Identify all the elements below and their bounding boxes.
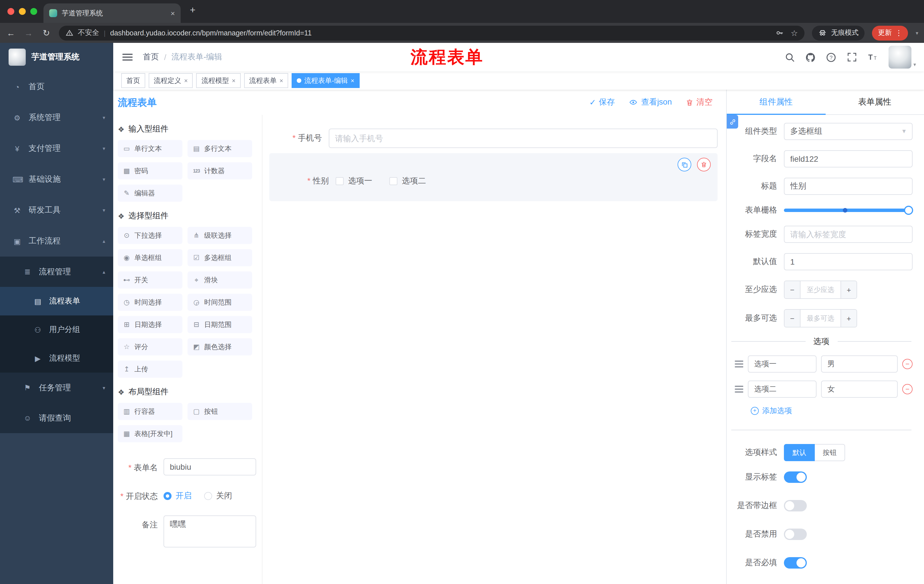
minimize-window-button[interactable] (19, 8, 26, 15)
border-switch[interactable] (784, 500, 807, 512)
option2-label-input[interactable] (748, 380, 817, 398)
slider-handle[interactable] (904, 206, 913, 215)
drag-handle-icon[interactable] (735, 386, 743, 393)
reload-icon[interactable]: ↻ (41, 28, 51, 38)
back-icon[interactable]: ← (6, 28, 16, 38)
option1-label-input[interactable] (748, 355, 817, 373)
key-icon[interactable] (776, 29, 784, 37)
component-date-range[interactable]: ⊟日期范围 (188, 316, 252, 333)
tag-process-model[interactable]: 流程模型 × (196, 73, 241, 88)
component-slider[interactable]: ⌖滑块 (188, 271, 252, 289)
tag-process-definition[interactable]: 流程定义 × (148, 73, 193, 88)
minus-button[interactable]: − (784, 281, 800, 298)
gender-option2-checkbox[interactable]: 选项二 (389, 176, 426, 186)
close-window-button[interactable] (7, 8, 14, 15)
sidebar-item-payment[interactable]: ¥ 支付管理 ▾ (0, 133, 113, 164)
component-row-container[interactable]: ▥行容器 (118, 403, 182, 420)
default-value-input[interactable] (784, 253, 912, 270)
font-size-icon[interactable]: TT (867, 52, 878, 63)
view-json-button[interactable]: 查看json (629, 97, 672, 107)
close-icon[interactable]: × (351, 77, 355, 84)
component-upload[interactable]: ↥上传 (118, 360, 182, 378)
component-editor[interactable]: ✎编辑器 (118, 184, 182, 202)
sidebar-item-system[interactable]: ⚙ 系统管理 ▾ (0, 102, 113, 133)
sidebar-item-process-model[interactable]: ▶ 流程模型 (0, 344, 113, 373)
component-textarea[interactable]: ▤多行文本 (188, 140, 252, 157)
clear-button[interactable]: 清空 (686, 97, 713, 107)
sidebar-item-infra[interactable]: ⌨ 基础设施 ▾ (0, 164, 113, 195)
option2-value-input[interactable] (821, 380, 898, 398)
component-type-value[interactable] (784, 123, 912, 140)
status-off-radio[interactable]: 关闭 (204, 491, 232, 501)
delete-component-button[interactable] (697, 158, 711, 171)
tab-form-props[interactable]: 表单属性 (825, 90, 924, 114)
fullscreen-icon[interactable] (846, 52, 857, 63)
github-icon[interactable] (805, 52, 816, 63)
component-date-picker[interactable]: ⊞日期选择 (118, 316, 182, 333)
close-icon[interactable]: × (232, 77, 236, 84)
add-option-button[interactable]: + 添加选项 (751, 406, 912, 416)
component-cascader[interactable]: ⋔级联选择 (188, 227, 252, 244)
remove-option-icon[interactable]: − (902, 384, 912, 394)
forward-icon[interactable]: → (23, 28, 34, 38)
phone-field-row[interactable]: 手机号 (269, 128, 718, 148)
gender-field-block-selected[interactable]: 性别 选项一 选项二 (269, 153, 718, 201)
sidebar-item-process-mgmt[interactable]: ≣ 流程管理 ▴ (0, 257, 113, 287)
component-switch[interactable]: ⊷开关 (118, 271, 182, 289)
sidebar-logo[interactable]: 芋道管理系统 (0, 43, 113, 71)
user-menu[interactable]: ▾ (889, 46, 916, 69)
field-name-input[interactable] (784, 150, 912, 168)
url-omnibox[interactable]: 不安全 | dashboard.yudao.iocoder.cn/bpm/man… (59, 25, 805, 40)
avatar[interactable] (889, 46, 912, 69)
grid-slider[interactable] (784, 209, 909, 212)
component-radio-group[interactable]: ◉单选框组 (118, 249, 182, 266)
component-time-range[interactable]: ◶时间范围 (188, 294, 252, 311)
minus-button[interactable]: − (784, 310, 800, 327)
max-select-value[interactable]: 最多可选 (800, 310, 840, 327)
form-remark-textarea[interactable]: 嘿嘿 (163, 515, 256, 548)
copy-component-button[interactable] (678, 158, 691, 171)
label-width-input[interactable] (784, 226, 912, 243)
breadcrumb-home[interactable]: 首页 (143, 52, 159, 62)
tag-process-form[interactable]: 流程表单 × (244, 73, 289, 88)
style-default-button[interactable]: 默认 (784, 444, 815, 461)
phone-input[interactable] (329, 128, 718, 148)
min-select-value[interactable]: 至少应选 (800, 281, 840, 298)
tag-process-form-edit[interactable]: 流程表单-编辑 × (292, 73, 360, 88)
status-on-radio[interactable]: 开启 (163, 491, 191, 501)
component-table[interactable]: ▦表格[开发中] (118, 425, 182, 442)
help-icon[interactable]: ? (826, 52, 837, 63)
form-name-input[interactable] (163, 458, 256, 475)
panel-drawer-handle[interactable] (727, 115, 738, 128)
close-icon[interactable]: × (280, 77, 283, 84)
title-input[interactable] (784, 178, 912, 195)
sidebar-collapse-icon[interactable] (122, 54, 133, 61)
sidebar-item-leave-query[interactable]: ☺ 请假查询 (0, 403, 113, 433)
sidebar-item-task-mgmt[interactable]: ⚑ 任务管理 ▾ (0, 373, 113, 403)
remove-option-icon[interactable]: − (902, 359, 912, 369)
required-switch[interactable] (784, 557, 807, 569)
disabled-switch[interactable] (784, 528, 807, 540)
tab-close-icon[interactable]: × (171, 9, 175, 17)
sidebar-item-devtools[interactable]: ⚒ 研发工具 ▾ (0, 195, 113, 226)
option1-value-input[interactable] (821, 355, 898, 373)
tab-component-props[interactable]: 组件属性 (727, 90, 825, 114)
component-rate[interactable]: ☆评分 (118, 338, 182, 355)
show-label-switch[interactable] (784, 471, 807, 483)
sidebar-item-user-group[interactable]: ⚇ 用户分组 (0, 316, 113, 344)
gender-option1-checkbox[interactable]: 选项一 (336, 176, 372, 186)
style-button-button[interactable]: 按钮 (815, 444, 845, 461)
component-password[interactable]: ▩密码 (118, 162, 182, 179)
sidebar-item-process-form[interactable]: ▤ 流程表单 (0, 287, 113, 316)
component-button[interactable]: ▢按钮 (188, 403, 252, 420)
plus-button[interactable]: + (840, 281, 856, 298)
component-time-picker[interactable]: ◷时间选择 (118, 294, 182, 311)
browser-update-button[interactable]: 更新 ⋮ (872, 25, 908, 40)
chevron-down-icon[interactable]: ▾ (916, 30, 918, 36)
sidebar-item-workflow[interactable]: ▣ 工作流程 ▴ (0, 226, 113, 257)
component-select[interactable]: ⊙下拉选择 (118, 227, 182, 244)
component-type-select[interactable]: ▼ (784, 123, 912, 140)
component-counter[interactable]: 123计数器 (188, 162, 252, 179)
zoom-window-button[interactable] (30, 8, 37, 15)
search-icon[interactable] (785, 52, 795, 63)
